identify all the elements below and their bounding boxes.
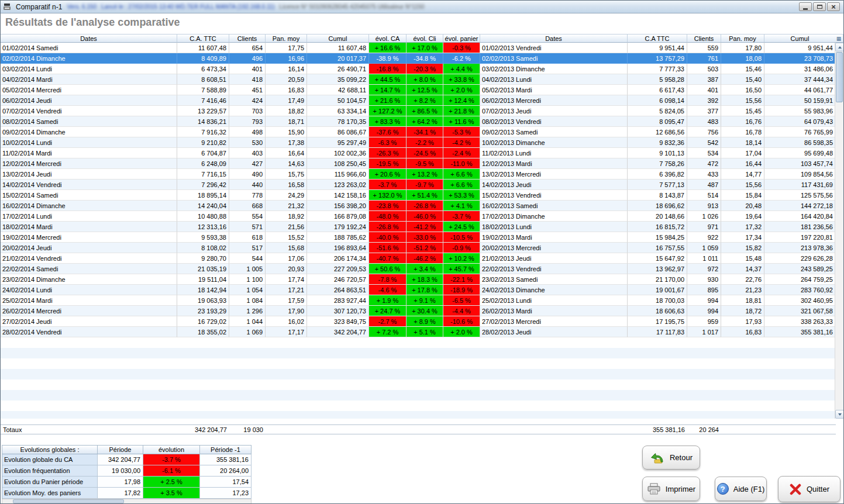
horizontal-scrollbar-thumb[interactable] bbox=[13, 499, 124, 503]
table-row[interactable]: 06/02/2014 Jeudi 7 416,46 424 17,49 50 1… bbox=[1, 95, 836, 106]
scrollbar-thumb[interactable] bbox=[836, 52, 843, 102]
evolution-ca-cell: -40.7 % bbox=[369, 253, 407, 264]
header-ca-ttc[interactable]: C.A. TTC bbox=[177, 34, 229, 43]
table-row[interactable]: 03/02/2014 Lundi 6 473,34 401 16,14 26 4… bbox=[1, 64, 836, 74]
vertical-scrollbar[interactable] bbox=[835, 43, 843, 419]
ca-ttc-2013-cell: 15 647,92 bbox=[628, 253, 687, 264]
scroll-up-button[interactable] bbox=[835, 43, 844, 51]
maximize-button[interactable] bbox=[813, 2, 826, 11]
table-row[interactable]: 28/02/2014 Vendredi 18 355,02 1 069 17,1… bbox=[1, 327, 836, 337]
panier-moyen-2013-cell: 18,81 bbox=[721, 295, 764, 306]
table-row[interactable]: 12/02/2014 Mercredi 6 248,09 427 14,63 1… bbox=[1, 158, 836, 169]
cumul-2013-cell: 103 457,74 bbox=[764, 158, 836, 169]
table-row[interactable]: 25/02/2014 Mardi 19 063,93 1 084 17,59 2… bbox=[1, 295, 836, 306]
clients-2013-cell: 922 bbox=[687, 232, 721, 243]
table-row[interactable]: 07/02/2014 Vendredi 13 229,57 703 18,82 … bbox=[1, 106, 836, 116]
evolution-clients-cell: + 8.0 % bbox=[407, 74, 443, 85]
clients-cell: 1 069 bbox=[229, 327, 266, 337]
evolution-panier-cell: -11.0 % bbox=[443, 158, 480, 169]
table-row[interactable]: 16/02/2014 Dimanche 14 240,04 668 21,32 … bbox=[1, 201, 836, 211]
clients-cell: 496 bbox=[229, 53, 266, 64]
table-row[interactable]: 08/02/2014 Samedi 14 836,21 793 18,71 78… bbox=[1, 116, 836, 127]
evolution-panier-cell: + 53.3 % bbox=[443, 190, 480, 201]
close-icon: × bbox=[831, 3, 836, 11]
ca-ttc-cell: 7 588,89 bbox=[177, 85, 229, 95]
clients-cell: 554 bbox=[229, 211, 266, 222]
retour-button[interactable]: Retour bbox=[642, 446, 700, 470]
header-panier-moyen-2013[interactable]: Pan. moy bbox=[721, 34, 764, 43]
summary-row: Evolution globale du CA 342 204,77 -3.7 … bbox=[2, 454, 252, 465]
table-row[interactable]: 24/02/2014 Lundi 18 142,94 1 054 17,21 2… bbox=[1, 285, 836, 295]
app-icon bbox=[3, 3, 11, 11]
table-row[interactable]: 26/02/2014 Mercredi 23 193,29 1 296 17,9… bbox=[1, 306, 836, 316]
table-row[interactable]: 05/02/2014 Mercredi 7 588,89 451 16,83 4… bbox=[1, 85, 836, 95]
table-row[interactable]: 27/02/2014 Jeudi 16 729,02 1 044 16,02 3… bbox=[1, 316, 836, 327]
clients-cell: 451 bbox=[229, 85, 266, 95]
evolution-clients-cell: -9.5 % bbox=[407, 158, 443, 169]
date-2014-cell: 08/02/2014 Samedi bbox=[1, 116, 177, 127]
panier-moyen-cell: 16,58 bbox=[266, 179, 307, 190]
table-row[interactable]: 23/02/2014 Dimanche 19 511,04 1 100 17,7… bbox=[1, 274, 836, 285]
header-cumul[interactable]: Cumul bbox=[307, 34, 369, 43]
panier-moyen-cell: 17,75 bbox=[266, 43, 307, 53]
table-row[interactable]: 18/02/2014 Mardi 12 313,16 571 21,56 179… bbox=[1, 222, 836, 232]
header-evol-ca[interactable]: évol. CA bbox=[369, 34, 407, 43]
ca-ttc-2013-cell: 8 095,47 bbox=[628, 116, 687, 127]
table-row[interactable]: 04/02/2014 Mardi 8 608,51 418 20,59 35 0… bbox=[1, 74, 836, 85]
table-row[interactable]: 15/02/2014 Samedi 18 895,14 778 24,29 14… bbox=[1, 190, 836, 201]
table-row[interactable]: 17/02/2014 Lundi 10 480,88 554 18,92 166… bbox=[1, 211, 836, 222]
panier-moyen-cell: 21,32 bbox=[266, 201, 307, 211]
header-cumul-2013[interactable]: Cumul bbox=[764, 34, 836, 43]
titlebar[interactable]: Comparatif n-1 Vers. 6.150 Lancé le : 27… bbox=[1, 1, 843, 13]
header-panier-moyen[interactable]: Pan. moy bbox=[266, 34, 307, 43]
evolution-ca-cell: -38.9 % bbox=[369, 53, 407, 64]
clients-2013-cell: 401 bbox=[687, 85, 721, 95]
table-row[interactable]: 22/02/2014 Samedi 21 035,19 1 005 20,93 … bbox=[1, 264, 836, 274]
ca-ttc-2013-cell: 19 001,67 bbox=[628, 285, 687, 295]
aide-button[interactable]: ? Aide (F1) bbox=[715, 477, 767, 501]
table-row[interactable]: 13/02/2014 Jeudi 7 716,15 490 15,75 115 … bbox=[1, 169, 836, 179]
header-dates-2014[interactable]: Dates bbox=[1, 34, 177, 43]
header-ca-ttc-2013[interactable]: C.A TTC bbox=[628, 34, 687, 43]
cumul-2013-cell: 76 765,99 bbox=[764, 127, 836, 137]
horizontal-scrollbar[interactable] bbox=[2, 499, 252, 504]
table-row[interactable]: 20/02/2014 Jeudi 8 108,02 517 15,68 196 … bbox=[1, 243, 836, 253]
minimize-button[interactable] bbox=[799, 2, 812, 11]
imprimer-button[interactable]: Imprimer bbox=[642, 477, 700, 501]
clients-cell: 1 054 bbox=[229, 285, 266, 295]
header-evol-clients[interactable]: évol. Cli bbox=[407, 34, 443, 43]
table-row[interactable]: 10/02/2014 Lundi 9 210,82 530 17,38 95 2… bbox=[1, 137, 836, 148]
table-row[interactable]: 02/02/2014 Dimanche 8 409,89 496 16,96 2… bbox=[1, 53, 836, 64]
clients-2013-cell: 1 059 bbox=[687, 243, 721, 253]
evolution-clients-cell: + 8.2 % bbox=[407, 95, 443, 106]
table-row[interactable]: 11/02/2014 Mardi 6 704,87 403 16,64 102 … bbox=[1, 148, 836, 158]
header-clients-2013[interactable]: Clients bbox=[687, 34, 721, 43]
table-row[interactable]: 19/02/2014 Mercredi 9 593,38 618 15,52 1… bbox=[1, 232, 836, 243]
table-row[interactable]: 01/02/2014 Samedi 11 607,48 654 17,75 11… bbox=[1, 43, 836, 53]
panier-moyen-cell: 17,38 bbox=[266, 137, 307, 148]
clients-cell: 618 bbox=[229, 232, 266, 243]
table-row[interactable]: 14/02/2014 Vendredi 7 296,42 440 16,58 1… bbox=[1, 179, 836, 190]
evolution-panier-cell: + 2.0 % bbox=[443, 85, 480, 95]
cumul-2013-cell: 338 263,33 bbox=[764, 316, 836, 327]
close-button[interactable]: × bbox=[827, 2, 840, 11]
date-2014-cell: 04/02/2014 Mardi bbox=[1, 74, 177, 85]
date-2014-cell: 02/02/2014 Dimanche bbox=[1, 53, 177, 64]
ca-ttc-2013-cell: 18 606,63 bbox=[628, 306, 687, 316]
table-row[interactable]: 21/02/2014 Vendredi 9 280,70 544 17,06 2… bbox=[1, 253, 836, 264]
cumul-cell: 188 785,62 bbox=[307, 232, 369, 243]
table-row[interactable]: 09/02/2014 Dimanche 7 916,32 498 15,90 8… bbox=[1, 127, 836, 137]
clients-2013-cell: 433 bbox=[687, 169, 721, 179]
header-clients[interactable]: Clients bbox=[229, 34, 266, 43]
summary-evolution-cell: + 2.5 % bbox=[143, 477, 200, 488]
header-dates-2013[interactable]: Dates bbox=[480, 34, 628, 43]
ca-ttc-2013-cell: 21 170,00 bbox=[628, 274, 687, 285]
date-2014-cell: 10/02/2014 Lundi bbox=[1, 137, 177, 148]
quitter-button[interactable]: Quitter bbox=[778, 476, 840, 502]
scroll-down-button[interactable] bbox=[835, 410, 844, 419]
header-evol-panier[interactable]: évol. panier bbox=[443, 34, 480, 43]
table-grid-icon[interactable]: ▦ bbox=[835, 34, 843, 43]
date-2014-cell: 20/02/2014 Jeudi bbox=[1, 243, 177, 253]
maximize-icon bbox=[817, 5, 822, 9]
ca-ttc-2013-cell: 6 617,43 bbox=[628, 85, 687, 95]
